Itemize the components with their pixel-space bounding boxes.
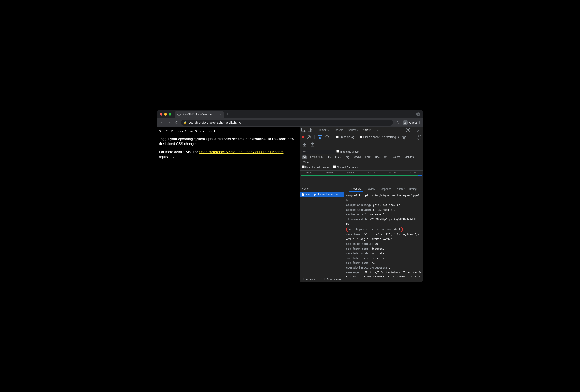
tab-title: Sec-CH-Prefers-Color-Schem… xyxy=(182,113,217,116)
hide-data-urls-checkbox[interactable]: Hide data URLs xyxy=(336,150,359,153)
resource-type-img[interactable]: Img xyxy=(344,155,351,159)
resource-type-wasm[interactable]: Wasm xyxy=(391,155,402,159)
header-line: sec-fetch-dest: document xyxy=(346,247,421,251)
detail-tab-preview[interactable]: Preview xyxy=(363,186,377,192)
tab-overflow-button[interactable]: ▾ xyxy=(416,112,420,116)
resource-type-css[interactable]: CSS xyxy=(334,155,342,159)
resource-type-font[interactable]: Font xyxy=(364,155,372,159)
name-column-header[interactable]: Name xyxy=(300,186,344,192)
tab-network[interactable]: Network xyxy=(360,127,374,133)
network-split: Name sec-ch-prefers-color-scheme… × Head… xyxy=(300,186,423,277)
globe-icon xyxy=(177,113,180,116)
close-tab-button[interactable]: × xyxy=(220,112,221,116)
close-devtools-button[interactable] xyxy=(416,127,422,133)
resource-type-media[interactable]: Media xyxy=(352,155,362,159)
resource-type-other[interactable]: Other xyxy=(302,161,311,164)
resource-type-ws[interactable]: WS xyxy=(383,155,390,159)
status-bar: 1 requests 1.1 kB transferred xyxy=(300,277,423,282)
profile-chip[interactable]: Guest xyxy=(403,120,417,125)
import-har-icon[interactable] xyxy=(309,142,315,148)
timeline-tick: 300 ms xyxy=(409,171,417,174)
maximize-window-button[interactable] xyxy=(169,113,171,115)
detail-tab-timing[interactable]: Timing xyxy=(407,186,419,192)
search-icon[interactable] xyxy=(325,134,330,140)
throttling-select[interactable]: No throttling xyxy=(382,136,396,139)
headers-body[interactable]: */*;q=0.8,application/signed-exchange;v=… xyxy=(344,192,423,277)
page-body: Toggle your operating system's preferred… xyxy=(159,137,297,160)
devtools-panel: Elements Console Sources Network » xyxy=(300,127,423,282)
export-har-icon[interactable] xyxy=(302,142,307,148)
filter-row: Hide data URLs xyxy=(300,149,423,154)
network-settings-icon[interactable] xyxy=(416,134,422,140)
network-conditions-icon[interactable] xyxy=(401,134,407,140)
browser-menu-button[interactable] xyxy=(418,121,422,124)
avatar-icon xyxy=(403,120,408,125)
tab-console[interactable]: Console xyxy=(331,127,345,133)
status-transferred: 1.1 kB transferred xyxy=(321,278,342,281)
page-header-mono: Sec-CH-Prefers-Color-Scheme: dark xyxy=(159,129,297,133)
svg-point-6 xyxy=(326,135,328,138)
resource-type-manifest[interactable]: Manifest xyxy=(403,155,416,159)
page-p2-post: repository. xyxy=(159,155,175,159)
tab-elements[interactable]: Elements xyxy=(315,127,331,133)
close-window-button[interactable] xyxy=(160,113,162,115)
svg-point-0 xyxy=(405,121,406,123)
detail-tab-headers[interactable]: Headers xyxy=(349,186,363,192)
resource-type-js[interactable]: JS xyxy=(326,155,332,159)
back-button[interactable] xyxy=(158,119,165,126)
tab-sources[interactable]: Sources xyxy=(346,127,360,133)
preserve-log-checkbox[interactable]: Preserve log xyxy=(336,136,354,139)
browser-tab[interactable]: Sec-CH-Prefers-Color-Schem… × xyxy=(175,111,224,118)
detail-tab-response[interactable]: Response xyxy=(377,186,394,192)
detail-tab-initiator[interactable]: Initiator xyxy=(394,186,407,192)
client-hints-link[interactable]: User Preference Media Features Client Hi… xyxy=(199,150,284,154)
network-toolbar-2 xyxy=(300,141,423,149)
request-detail: × Headers Preview Response Initiator Tim… xyxy=(344,186,423,277)
header-line: */*;q=0.8,application/signed-exchange;v=… xyxy=(346,193,421,203)
close-detail-button[interactable]: × xyxy=(344,188,349,191)
settings-gear-icon[interactable] xyxy=(405,127,411,133)
network-timeline[interactable]: 50 ms100 ms150 ms200 ms250 ms300 ms xyxy=(300,171,423,186)
new-tab-button[interactable]: + xyxy=(226,112,228,116)
resource-type-fetchxhr[interactable]: Fetch/XHR xyxy=(309,155,324,159)
header-line: sec-ch-ua-mobile: ?0 xyxy=(346,242,421,247)
header-line: cache-control: max-age=0 xyxy=(346,212,421,217)
header-line: sec-ch-ua: "Chromium";v="92", " Not A;Br… xyxy=(346,232,421,242)
devtools-menu-button[interactable] xyxy=(412,128,415,131)
content-area: Sec-CH-Prefers-Color-Scheme: dark Toggle… xyxy=(157,127,423,282)
header-line: upgrade-insecure-requests: 1 xyxy=(346,265,421,270)
device-toggle-icon[interactable] xyxy=(307,127,313,133)
request-list: Name sec-ch-prefers-color-scheme… xyxy=(300,186,344,277)
timeline-tick: 100 ms xyxy=(326,171,333,174)
request-row[interactable]: sec-ch-prefers-color-scheme… xyxy=(300,192,344,197)
resource-type-all[interactable]: All xyxy=(302,155,307,159)
header-line: sec-ch-prefers-color-scheme: dark xyxy=(346,226,421,232)
window-controls xyxy=(160,113,171,115)
record-button[interactable] xyxy=(302,136,304,138)
clear-button[interactable] xyxy=(306,134,312,140)
labs-icon[interactable] xyxy=(394,119,400,126)
svg-point-7 xyxy=(404,139,404,139)
forward-button[interactable] xyxy=(166,119,172,126)
blocked-requests-checkbox[interactable]: Blocked Requests xyxy=(333,166,358,169)
page-paragraph-1: Toggle your operating system's preferred… xyxy=(159,137,297,147)
svg-point-4 xyxy=(407,129,409,131)
header-line: if-none-match: W/"392-B+pCtpzl+pyWUSHMRn… xyxy=(346,217,421,226)
page-p2-pre: For more details, visit the xyxy=(159,150,199,154)
blocked-cookies-checkbox[interactable]: Has blocked cookies xyxy=(302,166,329,169)
tab-strip: Sec-CH-Prefers-Color-Schem… × + ▾ xyxy=(157,110,423,118)
lock-icon: 🔒 xyxy=(184,121,187,124)
timeline-tick: 50 ms xyxy=(306,171,312,174)
header-line: user-agent: Mozilla/5.0 (Macintosh; Inte… xyxy=(346,270,421,277)
detail-tabs: × Headers Preview Response Initiator Tim… xyxy=(344,186,423,192)
url-text: sec-ch-prefers-color-scheme.glitch.me xyxy=(189,121,241,124)
filter-input[interactable] xyxy=(302,150,335,154)
filter-toggle-icon[interactable] xyxy=(317,134,323,140)
address-bar[interactable]: 🔒 sec-ch-prefers-color-scheme.glitch.me xyxy=(181,119,393,126)
minimize-window-button[interactable] xyxy=(164,113,167,115)
inspect-element-icon[interactable] xyxy=(301,127,306,133)
tab-overflow[interactable]: » xyxy=(375,127,381,133)
reload-button[interactable] xyxy=(173,119,180,126)
disable-cache-checkbox[interactable]: Disable cache xyxy=(360,136,380,139)
resource-type-doc[interactable]: Doc xyxy=(374,155,381,159)
